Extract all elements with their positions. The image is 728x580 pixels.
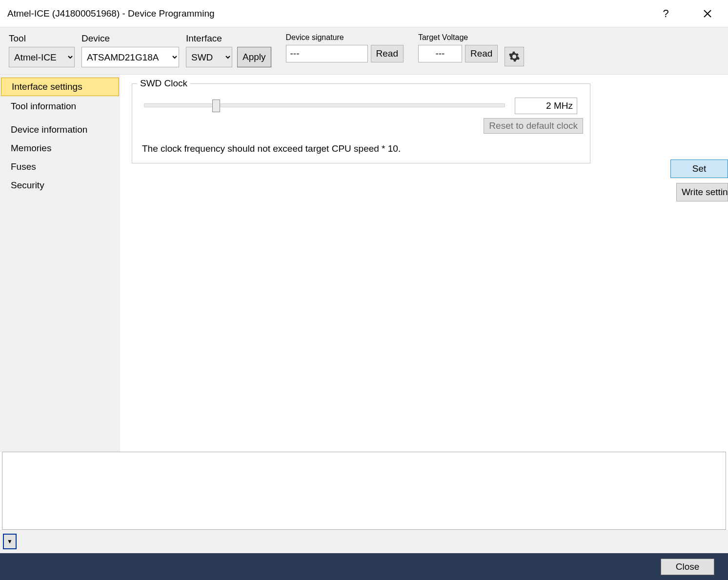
set-button[interactable]: Set	[670, 160, 728, 178]
signature-group: Device signature Read	[286, 33, 404, 62]
swd-clock-value[interactable]	[515, 98, 577, 114]
target-voltage-read-button[interactable]: Read	[465, 45, 498, 62]
swd-clock-note: The clock frequency should not exceed ta…	[139, 143, 583, 154]
sidebar-item-device-information[interactable]: Device information	[0, 120, 120, 139]
device-select[interactable]: ATSAMD21G18A	[81, 47, 179, 67]
interface-group: Interface SWD	[186, 33, 232, 67]
status-dropdown-button[interactable]: ▼	[3, 534, 17, 549]
tool-label: Tool	[9, 33, 75, 44]
sidebar-item-security[interactable]: Security	[0, 176, 120, 195]
target-voltage-group: Target Voltage Read	[418, 33, 498, 62]
tool-select[interactable]: Atmel-ICE	[9, 47, 75, 67]
swd-clock-legend: SWD Clock	[137, 78, 190, 89]
sidebar-item-interface-settings[interactable]: Interface settings	[1, 78, 119, 96]
slider-track	[144, 103, 505, 107]
sidebar-item-memories[interactable]: Memories	[0, 139, 120, 158]
sidebar-item-tool-information[interactable]: Tool information	[0, 97, 120, 116]
main-panel: SWD Clock Reset to default clock The clo…	[120, 75, 728, 452]
apply-button[interactable]: Apply	[237, 47, 271, 67]
write-settings-button[interactable]: Write settin	[676, 183, 728, 201]
tool-group: Tool Atmel-ICE	[9, 33, 75, 67]
sidebar-item-fuses[interactable]: Fuses	[0, 158, 120, 176]
device-group: Device ATSAMD21G18A	[81, 33, 179, 67]
chevron-down-icon: ▼	[7, 538, 13, 545]
settings-button[interactable]	[505, 47, 524, 66]
interface-select[interactable]: SWD	[186, 47, 232, 67]
footer-bar: Close	[0, 553, 728, 580]
log-area[interactable]	[2, 452, 726, 530]
help-button[interactable]: ?	[652, 2, 679, 24]
slider-thumb[interactable]	[212, 100, 220, 112]
signature-input[interactable]	[286, 45, 368, 62]
interface-label: Interface	[186, 33, 232, 44]
signature-label: Device signature	[286, 33, 404, 42]
sidebar: Interface settings Tool information Devi…	[0, 75, 120, 452]
close-window-button[interactable]	[694, 2, 721, 24]
signature-read-button[interactable]: Read	[371, 45, 404, 62]
gear-icon	[508, 51, 520, 62]
window-title: Atmel-ICE (J41800051968) - Device Progra…	[7, 8, 652, 19]
content-row: Interface settings Tool information Devi…	[0, 75, 728, 452]
device-label: Device	[81, 33, 179, 44]
close-icon	[703, 9, 712, 18]
titlebar: Atmel-ICE (J41800051968) - Device Progra…	[0, 0, 728, 27]
target-voltage-input[interactable]	[418, 45, 462, 62]
target-voltage-label: Target Voltage	[418, 33, 498, 42]
status-row: ▼	[0, 530, 728, 553]
toolbar: Tool Atmel-ICE Device ATSAMD21G18A Inter…	[0, 27, 728, 75]
close-button[interactable]: Close	[661, 559, 714, 575]
swd-clock-slider[interactable]	[144, 99, 505, 113]
reset-clock-button[interactable]: Reset to default clock	[484, 118, 583, 134]
swd-clock-fieldset: SWD Clock Reset to default clock The clo…	[132, 83, 590, 163]
